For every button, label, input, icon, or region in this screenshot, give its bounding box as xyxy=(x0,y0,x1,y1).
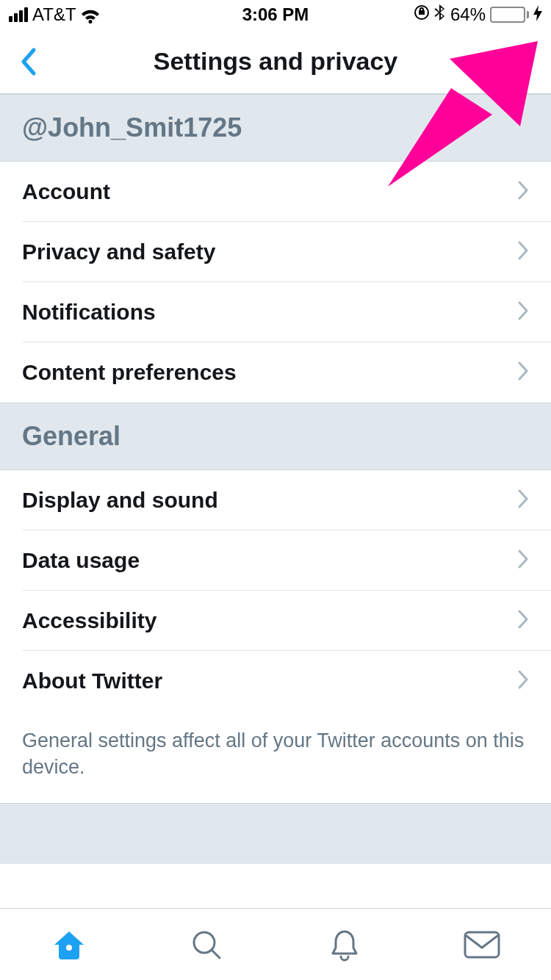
chevron-left-icon xyxy=(19,47,37,76)
back-button[interactable] xyxy=(12,46,44,78)
nav-header: Settings and privacy xyxy=(0,29,551,94)
row-label: Content preferences xyxy=(22,360,237,385)
row-label: Data usage xyxy=(22,548,140,573)
row-notifications[interactable]: Notifications xyxy=(0,282,551,342)
tab-home[interactable] xyxy=(40,923,98,967)
section-header-user: @John_Smit1725 xyxy=(0,94,551,162)
battery-icon xyxy=(490,7,529,23)
chevron-right-icon xyxy=(517,549,529,572)
chevron-right-icon xyxy=(517,300,529,324)
status-time: 3:06 PM xyxy=(242,4,309,25)
row-content-preferences[interactable]: Content preferences xyxy=(0,342,551,403)
chevron-right-icon xyxy=(517,489,529,512)
chevron-right-icon xyxy=(517,240,529,264)
svg-line-3 xyxy=(212,951,220,958)
status-right: 64% xyxy=(414,4,542,26)
battery-percent-label: 64% xyxy=(450,4,486,25)
row-about-twitter[interactable]: About Twitter xyxy=(0,651,551,711)
row-label: Accessibility xyxy=(22,608,156,633)
svg-rect-4 xyxy=(465,932,499,957)
chevron-right-icon xyxy=(517,669,529,693)
wifi-icon xyxy=(81,4,100,25)
account-settings-list: Account Privacy and safety Notifications… xyxy=(0,162,551,403)
spacer-section xyxy=(0,803,551,864)
orientation-lock-icon xyxy=(414,4,430,25)
row-label: About Twitter xyxy=(22,669,162,693)
row-privacy-and-safety[interactable]: Privacy and safety xyxy=(0,222,551,282)
general-settings-list: Display and sound Data usage Accessibili… xyxy=(0,470,551,711)
chevron-right-icon xyxy=(517,609,529,633)
bell-icon xyxy=(327,927,362,962)
row-display-and-sound[interactable]: Display and sound xyxy=(0,470,551,530)
chevron-right-icon xyxy=(517,180,529,203)
row-label: Display and sound xyxy=(22,488,218,513)
general-footer-note: General settings affect all of your Twit… xyxy=(0,711,551,803)
row-data-usage[interactable]: Data usage xyxy=(0,530,551,591)
status-bar: AT&T 3:06 PM 64% xyxy=(0,0,551,29)
svg-point-2 xyxy=(194,932,215,953)
section-header-general: General xyxy=(0,403,551,470)
row-label: Privacy and safety xyxy=(22,239,215,264)
tab-bar xyxy=(0,908,551,980)
status-left: AT&T xyxy=(9,4,100,25)
tab-search[interactable] xyxy=(177,923,236,967)
bluetooth-icon xyxy=(434,4,446,26)
home-icon xyxy=(51,927,87,962)
charging-icon xyxy=(533,5,542,25)
row-account[interactable]: Account xyxy=(0,162,551,222)
svg-point-1 xyxy=(66,945,72,951)
search-icon xyxy=(189,927,224,962)
carrier-label: AT&T xyxy=(32,4,76,25)
row-label: Account xyxy=(22,179,110,204)
section-title-general: General xyxy=(22,421,529,452)
tab-notifications[interactable] xyxy=(315,923,374,967)
mail-icon xyxy=(463,930,501,959)
user-handle: @John_Smit1725 xyxy=(22,112,529,143)
row-label: Notifications xyxy=(22,300,156,325)
row-accessibility[interactable]: Accessibility xyxy=(0,591,551,651)
cellular-signal-icon xyxy=(9,7,28,22)
tab-messages[interactable] xyxy=(453,923,511,967)
page-title: Settings and privacy xyxy=(154,47,398,76)
chevron-right-icon xyxy=(517,361,529,384)
